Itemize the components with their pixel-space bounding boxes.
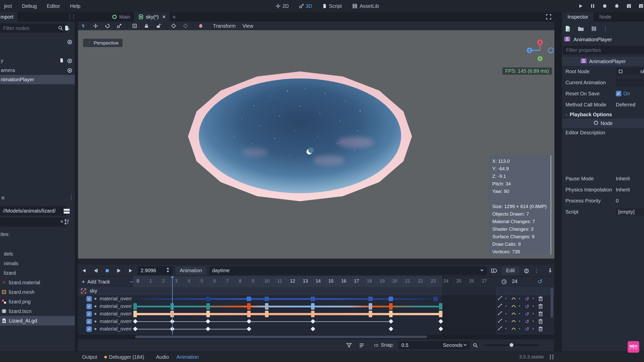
move-mode-icon[interactable] <box>91 22 100 30</box>
pin-panel-icon[interactable] <box>546 266 554 275</box>
timeline-playhead[interactable] <box>172 276 173 335</box>
animation-track[interactable]: ✓◆material_overr▾▾↺▾ <box>78 318 554 326</box>
tabbar-menu-icon[interactable]: ⋮ <box>71 14 83 20</box>
scene-icon[interactable] <box>2 309 7 314</box>
keyframe[interactable] <box>389 311 393 317</box>
add-track-button[interactable]: + Add Track <box>82 278 110 285</box>
snap-unit-dropdown[interactable]: Seconds <box>440 341 470 349</box>
timeline-ruler[interactable]: + Add Track ↔ 24 ↺ 012345678910111213141… <box>78 276 554 287</box>
tab-import[interactable]: mport <box>0 12 17 22</box>
dropdown-caret-icon[interactable]: ▾ <box>519 304 520 308</box>
mode-2d[interactable]: 2D <box>276 3 289 9</box>
update-mode-icon[interactable] <box>498 326 502 331</box>
ungroup-node-icon[interactable] <box>181 22 190 30</box>
property-value[interactable]: 0 <box>616 198 644 204</box>
keyframe[interactable] <box>264 297 269 301</box>
inspector-more-icon[interactable]: ⋮ <box>603 25 608 32</box>
eye-icon[interactable] <box>67 39 73 45</box>
loop-wrap-icon[interactable]: ↺ <box>525 311 529 317</box>
nodepath-value-box[interactable]: sky <box>616 68 644 75</box>
menu-ject[interactable]: ject <box>3 3 13 9</box>
scene-node-row[interactable]: y <box>0 56 75 65</box>
animation-track[interactable]: ✓◆material_overr▾▾↺▾ <box>78 325 554 333</box>
keyframe[interactable] <box>247 319 251 324</box>
scene-node-row[interactable] <box>0 37 75 47</box>
file-row[interactable]: lizard.png <box>0 297 75 306</box>
loop-wrap-icon[interactable]: ↺ <box>525 326 529 332</box>
playback-options-fold[interactable]: › Playback Options <box>562 110 644 119</box>
play-scene-button[interactable] <box>625 2 633 10</box>
attach-script-icon[interactable] <box>62 24 71 32</box>
pause-button[interactable] <box>588 2 597 10</box>
keyframe[interactable] <box>247 311 251 317</box>
mode-3d[interactable]: 3D <box>299 3 312 9</box>
interpolation-mode-icon[interactable] <box>511 303 516 308</box>
keyframe[interactable] <box>389 303 393 310</box>
property-value-box[interactable] <box>616 79 644 86</box>
animation-track[interactable]: ✓◆material_overr▾▾↺▾ <box>78 310 554 318</box>
filter-tracks-icon[interactable] <box>345 341 353 350</box>
dropdown-caret-icon[interactable]: ▾ <box>505 304 507 308</box>
folder-icon[interactable] <box>0 251 2 256</box>
update-mode-icon[interactable] <box>498 296 502 300</box>
dropdown-caret-icon[interactable]: ▾ <box>532 327 534 331</box>
property-value-box[interactable]: [empty] <box>616 208 644 216</box>
zoom-out-icon[interactable] <box>471 341 480 350</box>
paint-tool-icon[interactable] <box>197 22 205 30</box>
snap-value-input[interactable]: 0.5 <box>398 341 443 349</box>
keyframe[interactable] <box>389 327 393 331</box>
file-row[interactable]: lizard.mesh <box>0 287 75 297</box>
update-mode-icon[interactable] <box>498 303 502 308</box>
update-mode-icon[interactable] <box>498 311 502 315</box>
file-row[interactable]: lizard.material <box>0 278 75 287</box>
interpolation-mode-icon[interactable] <box>511 326 516 331</box>
delete-track-icon[interactable] <box>538 318 543 324</box>
section-node[interactable]: Node <box>562 119 644 128</box>
keyframe[interactable] <box>206 311 210 317</box>
scene-node-row[interactable]: nimationPlayer <box>0 75 75 84</box>
viewport-3d[interactable]: ⋮ Perspective X Z FPS: 145 (6.89 ms) X: … <box>78 30 554 259</box>
update-spinner-icon[interactable] <box>547 353 556 361</box>
play-from-start-button[interactable] <box>115 266 123 275</box>
keyframe[interactable] <box>206 327 210 331</box>
timeline-hscrollbar[interactable] <box>78 335 554 339</box>
close-tab-icon[interactable]: × <box>162 13 166 20</box>
keyframe[interactable] <box>311 297 315 301</box>
play-custom-scene-button[interactable] <box>637 2 644 10</box>
keyframe[interactable] <box>389 319 393 324</box>
animation-track[interactable]: ✓◆material_overr▾▾↺▾ <box>78 295 554 303</box>
delete-track-icon[interactable] <box>538 296 543 301</box>
keyframe[interactable] <box>206 319 210 324</box>
animation-menu-button[interactable]: Animation <box>176 266 206 275</box>
stop-button[interactable] <box>600 2 609 10</box>
gdscript-icon[interactable] <box>2 318 7 323</box>
stop-animation-button[interactable] <box>103 266 112 275</box>
editor-description-label[interactable]: Editor Description <box>565 130 605 136</box>
scene-tab-sky[interactable]: sky(*)× <box>134 12 170 22</box>
property-value[interactable]: sky <box>616 68 644 75</box>
scale-mode-icon[interactable] <box>115 22 124 30</box>
play-animation-button[interactable] <box>126 266 135 275</box>
keyframe[interactable] <box>247 327 251 331</box>
dropdown-caret-icon[interactable]: ▾ <box>532 312 534 315</box>
animation-more-icon[interactable]: ⋮ <box>534 267 539 274</box>
track-enabled-checkbox[interactable]: ✓ <box>86 296 92 302</box>
property-value[interactable]: [empty] <box>616 208 644 216</box>
keyframe[interactable] <box>265 303 269 310</box>
script-icon[interactable] <box>59 58 64 64</box>
new-resource-icon[interactable] <box>563 24 572 33</box>
timeline-zoom-slider[interactable] <box>485 345 539 346</box>
new-scene-tab-icon[interactable]: + <box>170 13 178 21</box>
tab-inspector[interactable]: Inspector <box>562 12 594 22</box>
keyframe[interactable] <box>133 303 137 310</box>
mode-assetlib[interactable]: AssetLib <box>352 3 379 9</box>
menu-help[interactable]: Help <box>69 3 81 9</box>
folder-icon[interactable] <box>0 261 2 266</box>
mesh-icon[interactable] <box>2 290 7 295</box>
dropdown-caret-icon[interactable]: ▾ <box>532 319 534 323</box>
edit-button[interactable]: Edit <box>502 266 519 275</box>
keyframe[interactable] <box>369 303 372 310</box>
update-mode-icon[interactable] <box>498 318 502 323</box>
viewport-animation-splitter[interactable] <box>78 259 554 265</box>
lock-node-icon[interactable] <box>142 22 151 30</box>
